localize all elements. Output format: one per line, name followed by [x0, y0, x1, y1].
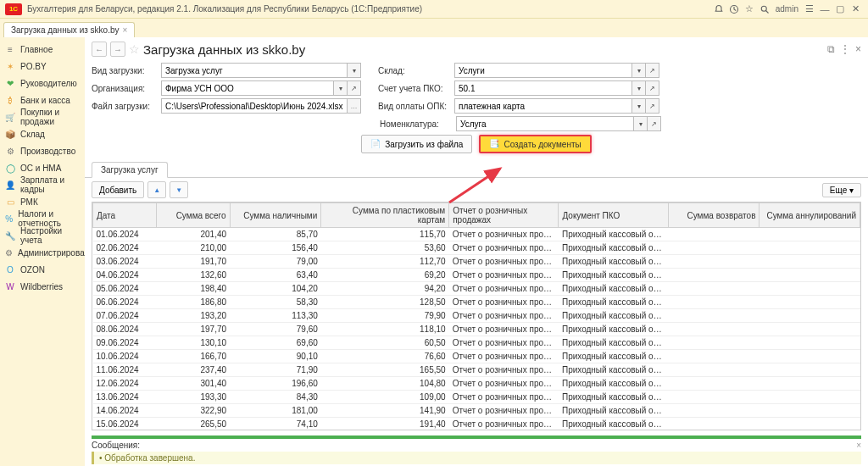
- cell: 13.06.2024: [93, 391, 157, 404]
- sidebar-item[interactable]: OOZON: [0, 261, 85, 278]
- cell: 165,50: [321, 363, 449, 377]
- doc-plus-icon: 📑: [489, 139, 499, 149]
- table-row[interactable]: 03.06.2024191,7079,00112,70Отчет о розни…: [93, 255, 860, 269]
- history-icon[interactable]: [726, 3, 742, 16]
- sidebar-item[interactable]: ✶PO.BY: [0, 58, 85, 75]
- table-row[interactable]: 12.06.2024301,40196,60104,80Отчет о розн…: [93, 377, 860, 391]
- sidebar-item[interactable]: 🛒Покупки и продажи: [0, 108, 85, 125]
- table-row[interactable]: 09.06.2024130,1069,6060,50Отчет о рознич…: [93, 336, 860, 350]
- cell: 94,20: [321, 282, 449, 296]
- favorite-icon[interactable]: ☆: [129, 42, 140, 56]
- open-schet[interactable]: ↗: [646, 80, 659, 96]
- star-icon[interactable]: ☆: [742, 3, 757, 16]
- cell: 128,50: [321, 296, 449, 309]
- cell: 04.06.2024: [93, 269, 157, 282]
- sidebar-item[interactable]: ≡Главное: [0, 41, 85, 58]
- table-row[interactable]: 08.06.2024197,7079,60118,10Отчет о розни…: [93, 323, 860, 336]
- col-header[interactable]: Сумма аннулирований: [760, 203, 860, 228]
- dd-vidopl[interactable]: ▾: [632, 98, 646, 114]
- browse-file[interactable]: …: [348, 98, 361, 114]
- open-window-icon[interactable]: ⧉: [827, 43, 835, 55]
- input-vidopl[interactable]: [454, 98, 632, 114]
- add-row-button[interactable]: Добавить: [92, 181, 144, 198]
- search-icon[interactable]: [757, 3, 772, 16]
- col-header[interactable]: Отчет о розничных продажах: [449, 203, 559, 228]
- sidebar-item[interactable]: ◯ОС и НМА: [0, 159, 85, 176]
- bell-icon[interactable]: [711, 3, 726, 16]
- col-header[interactable]: Дата: [93, 203, 157, 228]
- load-from-file-button[interactable]: 📄 Загрузить из файла: [361, 135, 472, 153]
- col-header[interactable]: Документ ПКО: [559, 203, 668, 228]
- cell: [668, 336, 760, 350]
- minimize-icon[interactable]: —: [817, 3, 832, 16]
- move-down-button[interactable]: [170, 181, 188, 198]
- sidebar-item[interactable]: ⚙Администрирование: [0, 244, 85, 261]
- table-row[interactable]: 11.06.2024237,4071,90165,50Отчет о розни…: [93, 363, 860, 377]
- data-grid[interactable]: ДатаСумма всегоСумма наличнымиСумма по п…: [92, 202, 861, 430]
- create-documents-button[interactable]: 📑 Создать документы: [479, 135, 591, 153]
- sidebar-item[interactable]: %Налоги и отчетность: [0, 210, 85, 227]
- col-header[interactable]: Сумма по пластиковым картам: [321, 203, 449, 228]
- col-header[interactable]: Сумма наличными: [230, 203, 321, 228]
- window-tabstrip: Загрузка данных из skko.by ×: [0, 19, 868, 37]
- open-nomen[interactable]: ↗: [648, 116, 661, 131]
- move-up-button[interactable]: [147, 181, 166, 198]
- cell: 90,10: [230, 350, 321, 363]
- open-org[interactable]: ↗: [348, 80, 361, 96]
- cell: 11.06.2024: [93, 363, 157, 377]
- sidebar-item[interactable]: ❤Руководителю: [0, 75, 85, 92]
- sidebar-label: РМК: [20, 197, 38, 207]
- open-sklad[interactable]: ↗: [646, 63, 659, 78]
- sidebar-item[interactable]: WWildberries: [0, 278, 85, 295]
- maximize-icon[interactable]: ▢: [832, 3, 848, 16]
- sidebar-item[interactable]: ⚙Производство: [0, 142, 85, 159]
- label-vid: Вид загрузки:: [92, 66, 156, 75]
- dd-sklad[interactable]: ▾: [632, 63, 646, 78]
- input-schet[interactable]: [454, 80, 632, 96]
- sidebar-item[interactable]: 📦Склад: [0, 125, 85, 142]
- dd-schet[interactable]: ▾: [632, 80, 646, 96]
- sidebar-item[interactable]: ▭РМК: [0, 193, 85, 210]
- menu-icon[interactable]: ☰: [802, 3, 817, 16]
- user-label[interactable]: admin: [772, 3, 802, 16]
- table-row[interactable]: 05.06.2024198,40104,2094,20Отчет о розни…: [93, 282, 860, 296]
- nav-back-button[interactable]: ←: [92, 42, 107, 57]
- sidebar-item[interactable]: 🔧Настройки учета: [0, 227, 85, 244]
- window-tab[interactable]: Загрузка данных из skko.by ×: [3, 22, 135, 37]
- input-org[interactable]: [161, 80, 334, 96]
- table-row[interactable]: 07.06.2024193,20113,3079,90Отчет о розни…: [93, 309, 860, 323]
- table-row[interactable]: 10.06.2024166,7090,1076,60Отчет о рознич…: [93, 350, 860, 363]
- tab-load-services[interactable]: Загрузка услуг: [92, 162, 168, 178]
- table-row[interactable]: 04.06.2024132,6063,4069,20Отчет о рознич…: [93, 269, 860, 282]
- input-file[interactable]: [161, 98, 348, 114]
- page-close-icon[interactable]: ×: [855, 43, 861, 55]
- dd-org[interactable]: ▾: [334, 80, 348, 96]
- table-row[interactable]: 14.06.2024322,90181,00141,90Отчет о розн…: [93, 404, 860, 418]
- col-header[interactable]: Сумма возвратов: [668, 203, 760, 228]
- col-header[interactable]: Сумма всего: [157, 203, 230, 228]
- input-nomen[interactable]: [456, 116, 634, 131]
- table-row[interactable]: 13.06.2024193,3084,30109,00Отчет о розни…: [93, 391, 860, 404]
- cell: [668, 296, 760, 309]
- more-button[interactable]: Еще ▾: [822, 183, 861, 197]
- input-vid[interactable]: [161, 63, 348, 78]
- table-row[interactable]: 06.06.2024186,8058,30128,50Отчет о розни…: [93, 296, 860, 309]
- tab-close-icon[interactable]: ×: [122, 25, 127, 35]
- table-row[interactable]: 01.06.2024201,4085,70115,70Отчет о розни…: [93, 228, 860, 241]
- table-row[interactable]: 15.06.2024265,5074,10191,40Отчет о розни…: [93, 418, 860, 431]
- dd-nomen[interactable]: ▾: [634, 116, 648, 131]
- close-window-icon[interactable]: ✕: [848, 3, 863, 16]
- cell: 104,80: [321, 377, 449, 391]
- open-vidopl[interactable]: ↗: [646, 98, 659, 114]
- table-row[interactable]: 02.06.2024210,00156,4053,60Отчет о розни…: [93, 241, 860, 255]
- input-sklad[interactable]: [454, 63, 632, 78]
- dd-vid[interactable]: ▾: [348, 63, 361, 78]
- cell: 03.06.2024: [93, 255, 157, 269]
- nav-fwd-button[interactable]: →: [110, 42, 125, 57]
- sidebar-item[interactable]: ₿Банк и касса: [0, 92, 85, 108]
- sidebar-item[interactable]: 👤Зарплата и кадры: [0, 176, 85, 193]
- kebab-icon[interactable]: ⋮: [840, 43, 850, 55]
- messages-close-icon[interactable]: ×: [856, 441, 861, 450]
- messages-panel: Сообщения: × • Обработка завершена.: [85, 439, 868, 466]
- cell: 301,40: [157, 377, 230, 391]
